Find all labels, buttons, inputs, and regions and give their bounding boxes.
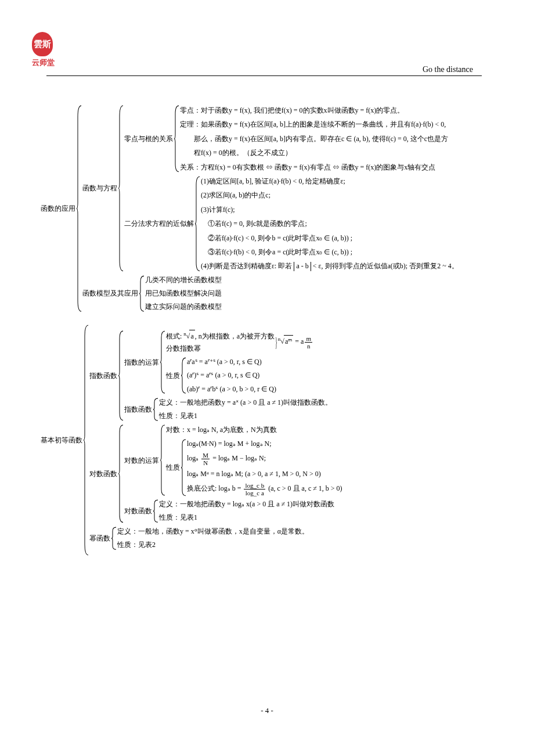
- text-line: 建立实际问题的函数模型: [145, 301, 222, 312]
- branch-exponential: 指数函数 指数的运算 根式: n√a, n为根指数，a为被开方数: [89, 330, 342, 422]
- branch-label: 对数函数: [124, 506, 153, 516]
- brace-icon: [118, 330, 124, 422]
- text-line: 零点：对于函数y = f(x), 我们把使f(x) = 0的实数x叫做函数y =…: [180, 105, 448, 116]
- text-line: 定义：一般地把函数y = logₐ x(a > 0 且 a ≠ 1)叫做对数函数: [159, 499, 334, 510]
- branch-log-func: 对数函数 定义：一般地把函数y = logₐ x(a > 0 且 a ≠ 1)叫…: [124, 499, 342, 523]
- radicand: a: [189, 330, 194, 342]
- logo-seal-icon: 雲斯: [32, 32, 53, 56]
- fraction: MN: [201, 452, 210, 466]
- brace-icon: [153, 397, 159, 422]
- main-content: 函数的应用 函数与方程 零点与根的关系 零点：对于函数y = f(x), 我们把…: [41, 105, 511, 556]
- text-line: 几类不同的增长函数模型: [145, 275, 222, 286]
- branch-label: 性质: [166, 462, 181, 473]
- document-page: 雲斯 云师堂 Go the distance 函数的应用 函数与方程 零点与根的…: [0, 0, 534, 756]
- brace-icon: [77, 105, 82, 312]
- text-line: 那么，函数y = f(x)在区间[a, b]内有零点。即存在c ∈ (a, b)…: [180, 133, 448, 145]
- text: = logₐ M − logₐ N;: [211, 454, 266, 462]
- denominator: n: [306, 343, 312, 350]
- branch-exp-calc: 指数的运算 根式: n√a, n为根指数，a为被开方数 分数指数幂: [124, 330, 332, 394]
- text-line: (2)求区间(a, b)的中点c;: [201, 189, 459, 201]
- text-line: (4)判断是否达到精确度ε: 即若 a - b < ε, 则得到零点的近似值a(…: [201, 260, 459, 272]
- numerator: M: [201, 452, 210, 459]
- brace-icon: [181, 357, 187, 395]
- text: (a, c > 0 且 a, c ≠ 1, b > 0): [266, 484, 342, 492]
- branch-label: 对数的运算: [124, 455, 160, 466]
- text-line: 关系：方程f(x) = 0有实数根 ⇔ 函数y = f(x)有零点 ⇔ 函数y …: [180, 161, 448, 173]
- text: , n为根指数，a为被开方数: [195, 332, 275, 340]
- brace-icon: [195, 175, 201, 272]
- denominator: N: [202, 459, 209, 466]
- text-line: logₐ MN = logₐ M − logₐ N;: [187, 452, 342, 466]
- text-line: 程f(x) = 0的根。（反之不成立）: [180, 147, 448, 159]
- branch-function-model: 函数模型及其应用 几类不同的增长函数模型 用已知函数模型解决问题 建立实际问题的…: [82, 275, 459, 313]
- brace-icon: [118, 105, 124, 272]
- text-line: ③若f(c)·f(b) < 0, 则令a = c(此时零点x₀ ∈ (c, b)…: [201, 246, 459, 258]
- brace-icon: [181, 438, 187, 497]
- text: 根式:: [166, 332, 183, 340]
- text-line: 性质：见表1: [159, 411, 332, 422]
- text-line: 换底公式: logₐ b = log_c blog_c a (a, c > 0 …: [187, 482, 342, 496]
- brace-icon: [84, 324, 89, 556]
- branch-label: 二分法求方程的近似解: [124, 218, 195, 229]
- text-line: 定义：一般地，函数y = xᵅ叫做幂函数，x是自变量，α是常数。: [117, 526, 309, 537]
- brace-icon: [160, 424, 166, 496]
- header-slogan: Go the distance: [423, 65, 473, 74]
- tree-function-application: 函数的应用 函数与方程 零点与根的关系 零点：对于函数y = f(x), 我们把…: [41, 105, 511, 312]
- brace-icon: [118, 424, 124, 524]
- brace-icon: [153, 499, 159, 523]
- brand-logo: 雲斯 云师堂: [32, 32, 55, 68]
- text: < ε, 则得到零点的近似值a(或b); 否则重复2 ~ 4。: [311, 262, 459, 270]
- branch-log-calc: 对数的运算 对数：x = logₐ N, a为底数，N为真数 性质 logₐ(M…: [124, 424, 342, 496]
- branch-label: 性质: [166, 370, 181, 381]
- text-line: 性质：见表2: [117, 539, 309, 550]
- page-number: - 4 -: [0, 706, 534, 715]
- numerator: log_c b: [244, 482, 265, 489]
- logo-seal-char: 雲斯: [34, 40, 51, 49]
- branch-label: 函数与方程: [82, 183, 118, 193]
- root-label: 基本初等函数: [41, 435, 84, 445]
- branch-label: 函数模型及其应用: [82, 288, 139, 298]
- text-line: logₐ(M·N) = logₐ M + logₐ N;: [187, 438, 342, 449]
- text-line: 用已知函数模型解决问题: [145, 288, 222, 299]
- numerator: m: [305, 335, 312, 343]
- brace-right-icon: }: [275, 330, 277, 354]
- brace-icon: [174, 105, 180, 173]
- logo-text: 云师堂: [32, 57, 55, 68]
- text-line: logₐ Mⁿ = n logₐ M; (a > 0, a ≠ 1, M > 0…: [187, 469, 342, 480]
- text: = a: [293, 337, 304, 345]
- text-line: (ab)ʳ = aʳbˢ (a > 0, b > 0, r ∈ Q): [187, 384, 276, 395]
- text-line: 对数：x = logₐ N, a为底数，N为真数: [166, 424, 342, 435]
- branch-label: 零点与根的关系: [124, 134, 174, 144]
- branch-log-props: 性质 logₐ(M·N) = logₐ M + logₐ N; logₐ MN …: [166, 438, 342, 497]
- text-line: ②若f(a)·f(c) < 0, 则令b = c(此时零点x₀ ∈ (a, b)…: [201, 232, 459, 244]
- branch-bisection: 二分法求方程的近似解 (1)确定区间[a, b], 验证f(a)·f(b) < …: [124, 175, 459, 272]
- branch-exp-props: 性质 aʳaˢ = aʳ⁺ˢ (a > 0, r, s ∈ Q) (aʳ)ˢ =…: [166, 357, 313, 395]
- text: 分数指数幂: [166, 343, 275, 354]
- text-line: 根式: n√a, n为根指数，a为被开方数 分数指数幂 } n√aᵐ = amn: [166, 330, 313, 354]
- abs-value: a - b: [294, 262, 311, 271]
- text: (4)判断是否达到精确度ε: 即若: [201, 262, 294, 270]
- fraction: mn: [305, 335, 312, 350]
- brace-icon: [111, 526, 117, 550]
- denominator: log_c a: [244, 489, 265, 496]
- fraction: log_c blog_c a: [244, 482, 265, 496]
- radical-index: n: [183, 331, 186, 337]
- branch-exp-func: 指数函数 定义：一般地把函数y = aˣ (a > 0 且 a ≠ 1)叫做指数…: [124, 397, 332, 422]
- radicand: aᵐ: [284, 335, 293, 347]
- text-line: 性质：见表1: [159, 512, 334, 523]
- branch-label: 指数的运算: [124, 357, 160, 368]
- branch-power: 幂函数 定义：一般地，函数y = xᵅ叫做幂函数，x是自变量，α是常数。 性质：…: [89, 526, 342, 550]
- branch-label: 对数函数: [89, 469, 118, 479]
- branch-label: 指数函数: [124, 404, 153, 415]
- text-line: 定义：一般地把函数y = aˣ (a > 0 且 a ≠ 1)叫做指数函数。: [159, 397, 332, 408]
- text-line: (aʳ)ˢ = aʳˢ (a > 0, r, s ∈ Q): [187, 370, 276, 381]
- brace-icon: [160, 330, 166, 394]
- text-line: 定理：如果函数y = f(x)在区间[a, b]上的图象是连续不断的一条曲线，并…: [180, 118, 448, 130]
- text: 换底公式: logₐ b =: [187, 484, 243, 492]
- branch-zero-root: 零点与根的关系 零点：对于函数y = f(x), 我们把使f(x) = 0的实数…: [124, 105, 459, 173]
- text-line: (3)计算f(c);: [201, 204, 459, 215]
- branch-function-equation: 函数与方程 零点与根的关系 零点：对于函数y = f(x), 我们把使f(x) …: [82, 105, 459, 272]
- header-divider: [46, 75, 482, 76]
- radical-index: n: [278, 336, 281, 342]
- text: logₐ: [187, 454, 200, 462]
